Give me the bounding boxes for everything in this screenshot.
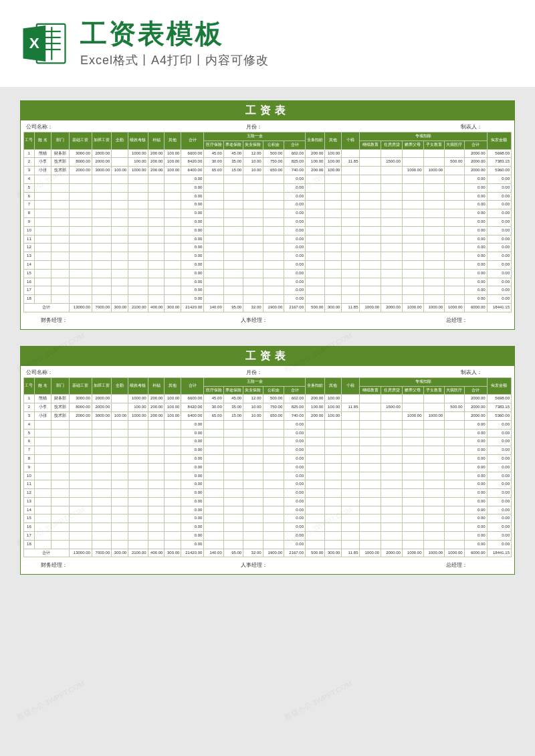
col-fund: 公积金 <box>263 386 284 395</box>
cell <box>128 540 148 549</box>
cell: 0.00 <box>284 497 306 506</box>
cell <box>263 429 284 438</box>
col-edu: 继续教育 <box>360 140 381 149</box>
cell <box>306 480 325 489</box>
preview-area: 工资表公司名称： 月份： 制表人：工号姓 名部门基础工资加班工资全勤绩效考核补贴… <box>0 87 535 581</box>
cell <box>342 209 360 218</box>
cell <box>381 149 403 158</box>
cell <box>148 523 165 532</box>
cell: 11.85 <box>342 403 360 412</box>
cell <box>112 201 128 209</box>
cell <box>445 209 464 218</box>
cell: 0.00 <box>464 201 487 209</box>
cell <box>223 244 243 252</box>
total-cell: 140.00 <box>204 303 223 312</box>
cell: 5 <box>24 183 35 192</box>
cell <box>92 523 111 532</box>
cell: 3 <box>24 411 35 420</box>
cell: 14 <box>24 506 35 514</box>
cell <box>342 429 360 438</box>
cell: 0.00 <box>181 269 204 278</box>
cell <box>69 235 92 244</box>
cell: 0.00 <box>464 217 487 226</box>
cell <box>423 278 445 286</box>
cell <box>223 286 243 295</box>
cell <box>360 217 381 226</box>
cell: 0.00 <box>284 175 306 183</box>
col-base: 基础工资 <box>69 377 92 395</box>
gm-sign: 总经理： <box>325 316 494 324</box>
cell <box>243 506 263 514</box>
cell <box>342 497 360 506</box>
col-unemp: 失业保险 <box>243 140 263 149</box>
cell: 200.00 <box>148 411 165 420</box>
table-row: 3小张技术部2000.003000.00100.001000.00200.001… <box>24 167 512 175</box>
cell <box>445 395 464 403</box>
cell <box>148 201 165 209</box>
cell <box>325 463 342 472</box>
cell: 650.00 <box>263 411 284 420</box>
cell: 8 <box>24 209 35 218</box>
cell <box>423 438 445 446</box>
cell <box>112 235 128 244</box>
cell <box>263 420 284 429</box>
cell <box>402 278 423 286</box>
cell: 6400.00 <box>181 167 204 175</box>
cell: 602.00 <box>284 395 306 403</box>
cell <box>165 252 181 261</box>
total-cell: 1900.00 <box>263 549 284 557</box>
total-cell: 300.00 <box>325 303 342 312</box>
cell <box>360 235 381 244</box>
cell <box>402 446 423 455</box>
cell: 0.00 <box>487 540 511 549</box>
cell <box>51 454 69 463</box>
cell: 小李 <box>34 158 51 167</box>
cell <box>423 235 445 244</box>
cell <box>34 540 51 549</box>
cell: 2000.00 <box>69 411 92 420</box>
cell <box>165 278 181 286</box>
cell: 8420.00 <box>181 158 204 167</box>
cell <box>306 514 325 523</box>
cell: 0.00 <box>284 446 306 455</box>
cell: 0.00 <box>181 235 204 244</box>
cell <box>342 480 360 489</box>
cell <box>360 523 381 532</box>
cell <box>128 420 148 429</box>
cell <box>92 201 111 209</box>
cell: 650.00 <box>263 167 284 175</box>
cell: 0.00 <box>181 252 204 261</box>
cell: 12.00 <box>243 149 263 158</box>
cell <box>92 429 111 438</box>
cell <box>128 489 148 498</box>
table-row: 50.000.000.000.00 <box>24 183 512 192</box>
cell <box>112 269 128 278</box>
col-allow: 补贴 <box>148 132 165 150</box>
cell <box>342 463 360 472</box>
cell: 100.00 <box>165 158 181 167</box>
cell <box>128 252 148 261</box>
cell <box>360 226 381 235</box>
cell <box>165 472 181 480</box>
cell <box>445 506 464 514</box>
cell: 0.00 <box>487 532 511 541</box>
total-cell: 2000.00 <box>381 303 403 312</box>
cell <box>402 454 423 463</box>
cell <box>402 403 423 412</box>
cell: 0.00 <box>181 489 204 498</box>
cell <box>342 514 360 523</box>
cell <box>223 472 243 480</box>
table-row: 160.000.000.000.00 <box>24 278 512 286</box>
signature-row: 财务经理： 人事经理： 总经理： <box>21 312 514 325</box>
cell: 825.00 <box>284 158 306 167</box>
cell <box>325 226 342 235</box>
col-other2: 其他 <box>325 377 342 395</box>
cell <box>51 506 69 514</box>
cell: 0.00 <box>487 252 511 261</box>
cell <box>381 411 403 420</box>
cell <box>445 269 464 278</box>
table-row: 130.000.000.000.00 <box>24 497 512 506</box>
cell: 1000.00 <box>128 395 148 403</box>
col-sum2: 合计 <box>284 140 306 149</box>
cell <box>69 532 92 541</box>
